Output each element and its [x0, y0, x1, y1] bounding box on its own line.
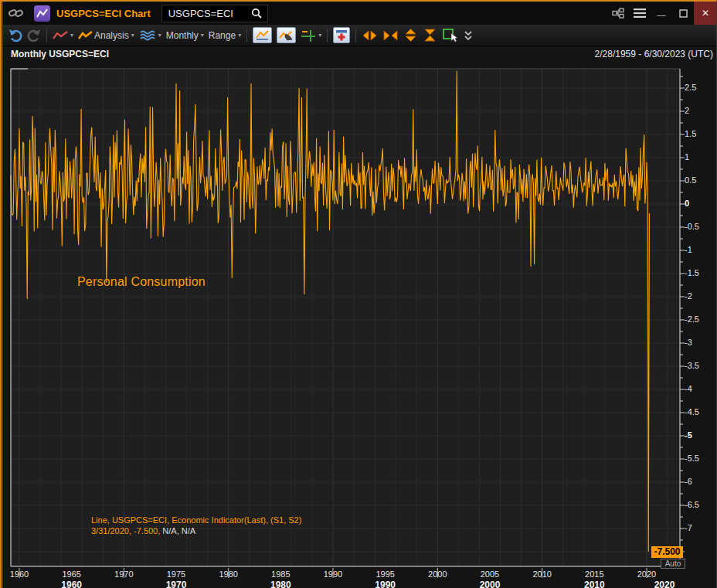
y-tick-label: -6 [685, 477, 717, 486]
y-tick-label: 1.5 [685, 129, 717, 138]
search-icon[interactable] [251, 8, 263, 19]
x-tick-label: 1975 [159, 569, 193, 579]
line-style-icon [53, 30, 68, 41]
minimize-icon[interactable]: — [651, 2, 672, 25]
more-tools-button[interactable] [461, 26, 475, 45]
range-dropdown[interactable]: Range ▾ [206, 26, 243, 45]
y-tick-label: -4.5 [685, 407, 717, 416]
x-tick-label: 1960 [2, 569, 36, 579]
line-style-button[interactable]: ▾ [50, 26, 76, 45]
x-tick-label: 1970 [107, 569, 141, 579]
y-tick-label: 1 [685, 152, 717, 161]
x-decade-label: 1990 [367, 580, 404, 588]
expand-horizontal-button[interactable] [359, 26, 380, 45]
x-tick-label: 1990 [316, 569, 350, 579]
price-levels-button[interactable]: ▾ [298, 26, 324, 45]
window-accent-border [0, 2, 3, 588]
chart-app-icon [34, 5, 50, 22]
y-tick-label: -4 [685, 384, 717, 393]
x-decade-label: 1970 [158, 580, 195, 588]
toolbar-separator [355, 29, 356, 42]
maximize-icon[interactable] [672, 2, 694, 25]
more-tools-icon [464, 30, 473, 41]
y-tick-label: 2.5 [685, 83, 717, 92]
x-tick-label: 1980 [212, 569, 246, 579]
expand-vertical-button[interactable] [401, 26, 420, 45]
autoscale-badge[interactable]: Auto [661, 559, 685, 569]
y-tick-label: 0.5 [685, 175, 717, 185]
search-input[interactable] [167, 7, 251, 20]
x-tick-label: 2005 [473, 569, 507, 579]
link-icon[interactable] [6, 4, 26, 22]
price-chart-canvas[interactable] [0, 46, 717, 588]
compress-horizontal-icon [382, 29, 399, 42]
toolbar-separator [46, 29, 47, 42]
redo-button[interactable] [25, 26, 43, 45]
x-tick-label: 1995 [369, 569, 403, 579]
x-tick-label: 2020 [630, 569, 664, 579]
y-tick-label: -6.5 [685, 500, 717, 509]
compress-vertical-button[interactable] [420, 26, 440, 45]
expand-vertical-icon [403, 28, 418, 42]
price-levels-icon [301, 29, 316, 42]
redo-icon [27, 29, 41, 42]
x-tick-label: 2000 [420, 569, 454, 579]
y-tick-label: -2.5 [685, 314, 717, 324]
legend-line-2: 3/31/2020, -7.500, N/A, N/A [91, 525, 301, 536]
chart-type-button[interactable] [250, 26, 274, 45]
x-tick-label: 1965 [55, 569, 89, 579]
y-tick-label: -3.5 [685, 361, 717, 370]
y-tick-label: -1.5 [685, 268, 717, 277]
window-controls: — ✕ [607, 2, 717, 25]
y-tick-label: -1 [685, 245, 717, 254]
add-window-icon [335, 29, 348, 41]
window-title: USGPCS=ECI Chart [56, 8, 151, 19]
add-window-button[interactable] [331, 26, 352, 45]
close-icon[interactable]: ✕ [694, 2, 717, 25]
wave-overlay-icon [139, 29, 156, 42]
hamburger-menu-icon[interactable] [629, 2, 651, 25]
compress-horizontal-button[interactable] [380, 26, 401, 45]
zoom-select-icon [442, 28, 459, 42]
x-decade-label: 1980 [262, 580, 299, 588]
toolbar-separator [327, 29, 328, 42]
undo-icon [8, 29, 22, 42]
x-decade-label: 2010 [576, 580, 613, 588]
x-decade-label: 2000 [471, 580, 508, 588]
x-tick-label: 1985 [263, 569, 297, 579]
zoom-select-button[interactable] [440, 26, 461, 45]
title-bar: USGPCS=ECI Chart — ✕ [3, 2, 717, 25]
chart-region: Monthly USGPCS=ECI 2/28/1959 - 6/30/2023… [0, 46, 717, 588]
interval-dropdown[interactable]: Monthly ▾ [164, 26, 206, 45]
chart-type-icon [255, 29, 270, 41]
chart-edit-button[interactable] [274, 26, 298, 45]
y-tick-label: 2 [685, 106, 717, 115]
symbol-search[interactable] [161, 5, 268, 22]
chart-legend: Line, USGPCS=ECI, Economic Indicator(Las… [91, 515, 301, 536]
x-tick-label: 2015 [577, 569, 611, 579]
x-tick-label: 2010 [525, 569, 559, 579]
app-window: USGPCS=ECI Chart — ✕ [0, 0, 717, 588]
expand-horizontal-icon [362, 29, 378, 42]
x-decade-label: 2020 [646, 580, 683, 588]
toolbar-separator [246, 29, 247, 42]
analysis-zigzag-icon [78, 30, 93, 41]
y-tick-label: -0.5 [685, 222, 717, 231]
y-tick-label: 0 [685, 199, 717, 208]
analysis-button[interactable]: Analysis ▾ [76, 26, 137, 45]
series-annotation-label[interactable]: Personal Consumption [77, 275, 206, 289]
toolbar: ▾ Analysis ▾ ▾ Monthly ▾ Range ▾ [3, 25, 717, 46]
undo-button[interactable] [6, 26, 25, 45]
layout-tree-icon[interactable] [607, 2, 629, 25]
y-tick-label: -3 [685, 338, 717, 347]
compress-vertical-icon [423, 28, 437, 42]
legend-line-1: Line, USGPCS=ECI, Economic Indicator(Las… [91, 515, 301, 525]
y-tick-label: -2 [685, 291, 717, 301]
last-value-badge: -7.500 [651, 546, 683, 558]
y-tick-label: -5 [685, 430, 717, 440]
wave-overlay-button[interactable]: ▾ [137, 26, 164, 45]
x-decade-label: 1960 [53, 580, 90, 588]
chart-edit-icon [279, 29, 294, 41]
y-tick-label: -7 [685, 523, 717, 532]
y-tick-label: -5.5 [685, 454, 717, 463]
